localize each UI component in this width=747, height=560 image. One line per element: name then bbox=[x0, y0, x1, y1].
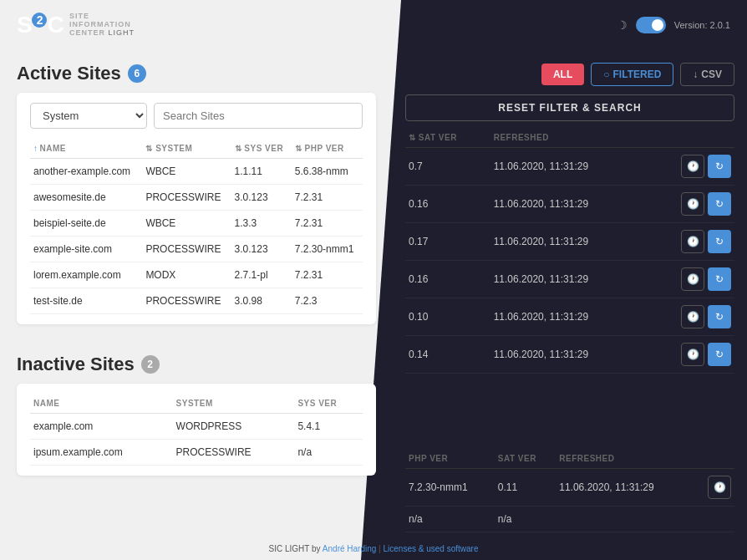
dark-cell-satver: 0.7 bbox=[405, 148, 490, 186]
col-phpver-header[interactable]: ⇅ PHP VER bbox=[292, 139, 363, 159]
active-sites-card: System ↑ NAME bbox=[17, 93, 376, 324]
inactive-sites-badge: 2 bbox=[141, 355, 160, 374]
logo: S2C SITE INFORMATION CENTER LIGHT bbox=[17, 12, 135, 38]
search-input[interactable] bbox=[154, 103, 363, 129]
inactive-cell-sysver: n/a bbox=[294, 440, 363, 466]
dark-active-table-row: 0.16 11.06.2020, 11:31:29 🕐 ↻ bbox=[405, 261, 734, 298]
dark-active-table-row: 0.14 11.06.2020, 11:31:29 🕐 ↻ bbox=[405, 336, 734, 374]
moon-icon: ☽ bbox=[617, 18, 628, 32]
dark-cell-actions: 🕐 ↻ bbox=[647, 261, 734, 298]
inactive-table-row: ipsum.example.com PROCESSWIRE n/a bbox=[30, 440, 363, 466]
cell-name: test-site.de bbox=[30, 288, 142, 314]
version-label: Version: 2.0.1 bbox=[674, 20, 730, 30]
col-name-header: ↑ NAME bbox=[30, 139, 142, 159]
cell-sysver: 1.3.3 bbox=[231, 211, 292, 237]
system-filter-select[interactable]: System bbox=[30, 103, 147, 129]
inactive-sites-table: NAME SYSTEM SYS VER example.com WORDPRES… bbox=[30, 394, 363, 466]
dark-active-table: ⇅ SAT VER REFRESHED 0.7 11.06.2020, 11:3… bbox=[405, 128, 734, 374]
active-table-row: awesomesite.de PROCESSWIRE 3.0.123 7.2.3… bbox=[30, 185, 363, 211]
all-button[interactable]: ALL bbox=[541, 64, 584, 85]
refresh-button[interactable]: ↻ bbox=[708, 305, 731, 328]
dark-cell-satver: 0.16 bbox=[405, 186, 490, 223]
refresh-button[interactable]: ↻ bbox=[708, 192, 731, 216]
history-button[interactable]: 🕐 bbox=[681, 192, 704, 216]
active-table-row: beispiel-seite.de WBCE 1.3.3 7.2.31 bbox=[30, 211, 363, 237]
inactive-col-sysver: SYS VER bbox=[294, 394, 363, 414]
cell-name: beispiel-seite.de bbox=[30, 211, 142, 237]
dark-inactive-cell-phpver: n/a bbox=[405, 507, 495, 532]
dark-cell-actions: 🕐 ↻ bbox=[647, 336, 734, 374]
dark-cell-refreshed: 11.06.2020, 11:31:29 bbox=[490, 261, 647, 298]
cell-system: WBCE bbox=[142, 211, 231, 237]
history-button[interactable]: 🕐 bbox=[681, 305, 704, 328]
dark-inactive-table-row: 7.2.30-nmm1 0.11 11.06.2020, 11:31:29 🕐 bbox=[405, 469, 734, 507]
cell-system: WBCE bbox=[142, 159, 231, 185]
active-table-row: example-site.com PROCESSWIRE 3.0.123 7.2… bbox=[30, 237, 363, 262]
inactive-cell-system: WORDPRESS bbox=[173, 414, 295, 440]
cell-phpver: 7.2.31 bbox=[292, 185, 363, 211]
cell-sysver: 3.0.98 bbox=[231, 288, 292, 314]
cell-system: PROCESSWIRE bbox=[142, 288, 231, 314]
dark-cell-satver: 0.16 bbox=[405, 261, 490, 298]
history-button[interactable]: 🕐 bbox=[681, 343, 704, 366]
dark-cell-refreshed: 11.06.2020, 11:31:29 bbox=[490, 186, 647, 223]
logo-sic: S2C bbox=[17, 12, 63, 38]
cell-phpver: 7.2.30-nmm1 bbox=[292, 237, 363, 262]
reset-row: RESET FILTER & SEARCH bbox=[405, 94, 734, 121]
dark-col-satver[interactable]: ⇅ SAT VER bbox=[405, 128, 490, 148]
footer: SIC LIGHT by André Harding | Licenses & … bbox=[269, 544, 479, 553]
refresh-button[interactable]: ↻ bbox=[708, 267, 731, 291]
logo-num: 2 bbox=[32, 13, 47, 28]
cell-sysver: 3.0.123 bbox=[231, 237, 292, 262]
inactive-col-name: NAME bbox=[30, 394, 173, 414]
download-icon: ↓ bbox=[693, 69, 698, 80]
dark-inactive-table-row: n/a n/a bbox=[405, 507, 734, 532]
cell-phpver: 7.2.31 bbox=[292, 211, 363, 237]
dark-inactive-col-actions bbox=[694, 449, 734, 469]
col-system-header[interactable]: ⇅ SYSTEM bbox=[142, 139, 231, 159]
dark-inactive-cell-refreshed bbox=[556, 507, 694, 532]
theme-toggle[interactable] bbox=[636, 17, 666, 33]
header-right: ☽ Version: 2.0.1 bbox=[617, 17, 730, 33]
inactive-sites-header: Inactive Sites 2 bbox=[17, 341, 376, 384]
active-sites-table: ↑ NAME ⇅ SYSTEM ⇅ SYS VER ⇅ bbox=[30, 139, 363, 314]
reset-button[interactable]: RESET FILTER & SEARCH bbox=[405, 94, 734, 121]
dark-inactive-cell-refreshed: 11.06.2020, 11:31:29 bbox=[556, 469, 694, 507]
dark-active-table-row: 0.17 11.06.2020, 11:31:29 🕐 ↻ bbox=[405, 223, 734, 261]
history-button[interactable]: 🕐 bbox=[681, 155, 704, 178]
active-sites-title: Active Sites bbox=[17, 63, 121, 84]
dark-cell-satver: 0.17 bbox=[405, 223, 490, 261]
inactive-sites-card: NAME SYSTEM SYS VER example.com WORDPRES… bbox=[17, 384, 376, 476]
filter-row: System bbox=[30, 103, 363, 129]
cell-name: another-example.com bbox=[30, 159, 142, 185]
inactive-table-row: example.com WORDPRESS 5.4.1 bbox=[30, 414, 363, 440]
history-button[interactable]: 🕐 bbox=[708, 476, 731, 499]
active-sites-header: Active Sites 6 bbox=[17, 50, 376, 93]
active-table-row: lorem.example.com MODX 2.7.1-pl 7.2.31 bbox=[30, 262, 363, 288]
footer-licenses-link[interactable]: Licenses & used software bbox=[384, 544, 479, 553]
left-panel: Active Sites 6 System bbox=[0, 50, 393, 560]
filtered-button[interactable]: ○ FILTERED bbox=[591, 63, 673, 86]
col-sysver-header[interactable]: ⇅ SYS VER bbox=[231, 139, 292, 159]
inactive-cell-name: ipsum.example.com bbox=[30, 440, 173, 466]
csv-button[interactable]: ↓ CSV bbox=[680, 63, 734, 86]
right-panel: ALL ○ FILTERED ↓ CSV RESET FILTER & SEAR… bbox=[393, 50, 747, 560]
dark-cell-satver: 0.10 bbox=[405, 298, 490, 336]
dark-active-table-row: 0.10 11.06.2020, 11:31:29 🕐 ↻ bbox=[405, 298, 734, 336]
refresh-button[interactable]: ↻ bbox=[708, 343, 731, 366]
dark-cell-refreshed: 11.06.2020, 11:31:29 bbox=[490, 223, 647, 261]
footer-author-link[interactable]: André Harding bbox=[323, 544, 376, 553]
inactive-col-system: SYSTEM bbox=[173, 394, 295, 414]
footer-text: SIC LIGHT by bbox=[269, 544, 323, 553]
refresh-button[interactable]: ↻ bbox=[708, 230, 731, 253]
logo-center-label: CENTER LIGHT bbox=[69, 29, 135, 38]
history-button[interactable]: 🕐 bbox=[681, 230, 704, 253]
history-button[interactable]: 🕐 bbox=[681, 267, 704, 291]
inactive-cell-name: example.com bbox=[30, 414, 173, 440]
dark-cell-actions: 🕐 ↻ bbox=[647, 186, 734, 223]
dark-active-table-row: 0.7 11.06.2020, 11:31:29 🕐 ↻ bbox=[405, 148, 734, 186]
dark-cell-actions: 🕐 ↻ bbox=[647, 223, 734, 261]
refresh-button[interactable]: ↻ bbox=[708, 155, 731, 178]
dark-col-refreshed: REFRESHED bbox=[490, 128, 647, 148]
filter-circle-icon: ○ bbox=[603, 69, 609, 80]
